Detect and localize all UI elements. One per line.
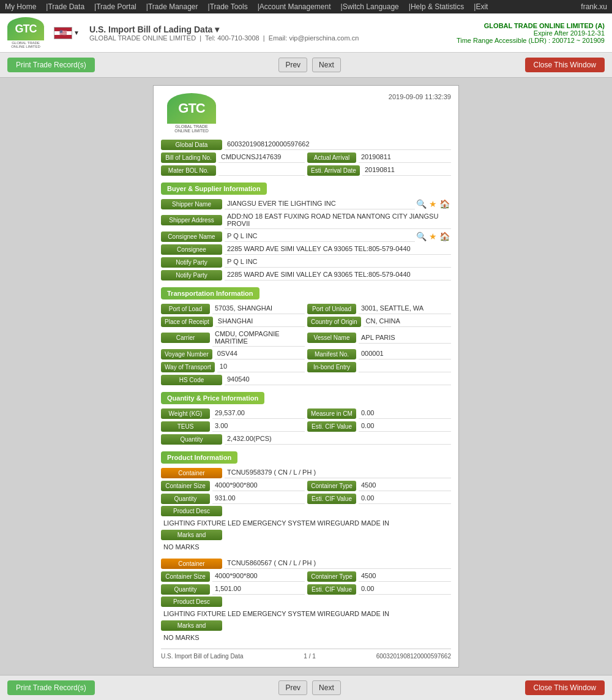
esti-arrival-field: Esti. Arrival Date 20190811 <box>307 165 451 176</box>
receipt-label: Place of Receipt <box>161 317 213 327</box>
hs-code-label: HS Code <box>161 375 222 385</box>
manifest-field: Manifest No. 000001 <box>307 348 451 359</box>
product-info-header: Product Information <box>161 446 451 467</box>
weight-field: Weight (KG) 29,537.00 <box>161 408 305 419</box>
close-button-bottom[interactable]: Close This Window <box>525 680 605 695</box>
close-button-top[interactable]: Close This Window <box>525 58 605 72</box>
inbond-value <box>359 361 451 372</box>
container-2-marks-label: Marks and <box>161 620 222 631</box>
inbond-label: In-bond Entry <box>307 362 356 372</box>
header-right: GLOBAL TRADE ONLINE LIMITED (A) Expire A… <box>457 22 605 44</box>
consignee-star-icon[interactable]: ★ <box>428 231 438 241</box>
top-nav: My Home | Trade Data | Trade Portal | Tr… <box>0 0 612 13</box>
receipt-value: SHANGHAI <box>215 316 305 327</box>
nav-my-home[interactable]: My Home <box>5 2 36 11</box>
port-load-field: Port of Load 57035, SHANGHAI <box>161 303 305 314</box>
transport-inbond-row: Way of Transport 10 In-bond Entry <box>161 361 451 372</box>
weight-measure-row: Weight (KG) 29,537.00 Measure in CM 0.00 <box>161 408 451 419</box>
shipper-home-icon[interactable]: 🏠 <box>438 199 451 209</box>
cif-field: Esti. CIF Value 0.00 <box>307 421 451 432</box>
container-1-cif-field: Esti. CIF Value 0.00 <box>307 493 451 504</box>
shipper-name-label: Shipper Name <box>161 199 222 209</box>
buyer-supplier-header: Buyer & Supplier Information <box>161 178 451 198</box>
global-data-label: Global Data <box>161 140 222 150</box>
shipper-name-value: JIANGSU EVER TIE LIGHTING INC <box>225 198 415 209</box>
transport-label: Transportation Information <box>161 287 259 299</box>
nav-help-statistics[interactable]: Help & Statistics <box>411 2 464 11</box>
consignee-name-value: P Q L INC <box>225 231 415 242</box>
nav-trade-data[interactable]: Trade Data <box>48 2 84 11</box>
voyage-manifest-row: Voyage Number 0SV44 Manifest No. 000001 <box>161 348 451 359</box>
container-1-desc-text: LIGHTING FIXTURE LED EMERGENCY SYSTEM WI… <box>161 518 451 528</box>
measure-label: Measure in CM <box>307 408 356 419</box>
voyage-field: Voyage Number 0SV44 <box>161 348 305 359</box>
shipper-search-icon[interactable]: 🔍 <box>415 199 428 209</box>
nav-exit[interactable]: Exit <box>476 2 488 11</box>
vessel-value: APL PARIS <box>359 333 451 344</box>
print-button-bottom[interactable]: Print Trade Record(s) <box>7 680 95 695</box>
container-2-cif-field: Esti. CIF Value 0.00 <box>307 584 451 595</box>
nav-switch-language[interactable]: Switch Language <box>343 2 399 11</box>
carrier-field: Carrier CMDU, COMPAGNIE MARITIME <box>161 329 305 347</box>
flag-dropdown-icon[interactable]: ▼ <box>73 29 80 36</box>
container-2-value: TCNU5860567 ( CN / L / PH ) <box>225 558 451 569</box>
container-2-size-value: 4000*900*800 <box>212 571 305 582</box>
esti-arrival-value: 20190811 <box>362 165 451 176</box>
receipt-origin-row: Place of Receipt SHANGHAI Country of Ori… <box>161 316 451 327</box>
logo-text-sub: GLOBAL TRADEONLINE LIMITED <box>11 41 40 48</box>
transport-field: Way of Transport 10 <box>161 361 305 372</box>
consignee-label: Consignee <box>161 244 222 255</box>
origin-label: Country of Origin <box>307 317 361 327</box>
consignee-search-icon[interactable]: 🔍 <box>415 231 428 241</box>
notify-party-2-value: 2285 WARD AVE SIMI VALLEY CA 93065 TEL:8… <box>225 269 451 280</box>
container-1-row: Container TCNU5958379 ( CN / L / PH ) <box>161 467 451 478</box>
container-block-1: Container TCNU5958379 ( CN / L / PH ) Co… <box>161 467 451 552</box>
carrier-vessel-row: Carrier CMDU, COMPAGNIE MARITIME Vessel … <box>161 329 451 347</box>
container-1-size-type-row: Container Size 4000*900*800 Container Ty… <box>161 480 451 491</box>
transport-field-label: Way of Transport <box>161 362 215 372</box>
prev-button-bottom[interactable]: Prev <box>278 680 307 695</box>
receipt-field: Place of Receipt SHANGHAI <box>161 316 305 327</box>
header-bar: GTC GLOBAL TRADEONLINE LIMITED 🇺🇸 ▼ U.S.… <box>0 13 612 53</box>
inbond-field: In-bond Entry <box>307 361 451 372</box>
main-content: GTC GLOBAL TRADEONLINE LIMITED 2019-09-0… <box>0 78 612 675</box>
teus-value: 3.00 <box>212 421 305 432</box>
header-company: GLOBAL TRADE ONLINE LIMITED | Tel: 400-7… <box>89 34 457 42</box>
logo-area: GTC GLOBAL TRADEONLINE LIMITED <box>7 17 44 48</box>
prev-button-top[interactable]: Prev <box>278 58 307 72</box>
quantity-price-label: Quantity & Price Information <box>161 392 264 404</box>
shipper-star-icon[interactable]: ★ <box>428 199 438 209</box>
nav-trade-portal[interactable]: Trade Portal <box>96 2 136 11</box>
container-2-marks-row: Marks and <box>161 620 451 631</box>
time-range: Time Range Accessible (LDR) : 200712 ~ 2… <box>457 37 605 44</box>
card-footer: U.S. Import Bill of Lading Data 1 / 1 60… <box>161 649 451 660</box>
esti-arrival-label: Esti. Arrival Date <box>307 165 360 176</box>
nav-trade-tools[interactable]: Trade Tools <box>210 2 248 11</box>
container-1-type-label: Container Type <box>307 481 356 491</box>
header-info: U.S. Import Bill of Lading Data ▾ GLOBAL… <box>89 24 457 42</box>
card-logo-sub: GLOBAL TRADEONLINE LIMITED <box>174 124 209 133</box>
bol-value: CMDUCNSJ147639 <box>218 152 305 163</box>
quantity-row: Quantity 2,432.00(PCS) <box>161 434 451 445</box>
print-button-top[interactable]: Print Trade Record(s) <box>7 58 95 72</box>
shipper-address-row: Shipper Address ADD:NO 18 EAST FUXING RO… <box>161 211 451 229</box>
nav-trade-manager[interactable]: Trade Manager <box>148 2 198 11</box>
flag-area[interactable]: 🇺🇸 ▼ <box>54 27 80 39</box>
container-2-label: Container <box>161 559 222 569</box>
next-button-top[interactable]: Next <box>312 58 341 72</box>
container-2-type-label: Container Type <box>307 571 356 582</box>
notify-party-1-label: Notify Party <box>161 257 222 268</box>
notify-party-2-label: Notify Party <box>161 270 222 280</box>
card-header: GTC GLOBAL TRADEONLINE LIMITED 2019-09-0… <box>161 93 451 133</box>
carrier-value: CMDU, COMPAGNIE MARITIME <box>212 329 305 347</box>
teus-cif-row: TEUS 3.00 Esti. CIF Value 0.00 <box>161 421 451 432</box>
container-2-type-value: 4500 <box>359 571 451 582</box>
weight-label: Weight (KG) <box>161 408 210 419</box>
next-button-bottom[interactable]: Next <box>312 680 341 695</box>
weight-value: 29,537.00 <box>212 408 305 419</box>
consignee-home-icon[interactable]: 🏠 <box>438 231 451 241</box>
buyer-supplier-label: Buyer & Supplier Information <box>161 183 267 195</box>
vessel-field: Vessel Name APL PARIS <box>307 329 451 347</box>
nav-account-management[interactable]: Account Management <box>259 2 331 11</box>
container-2-cif-value: 0.00 <box>359 584 451 595</box>
